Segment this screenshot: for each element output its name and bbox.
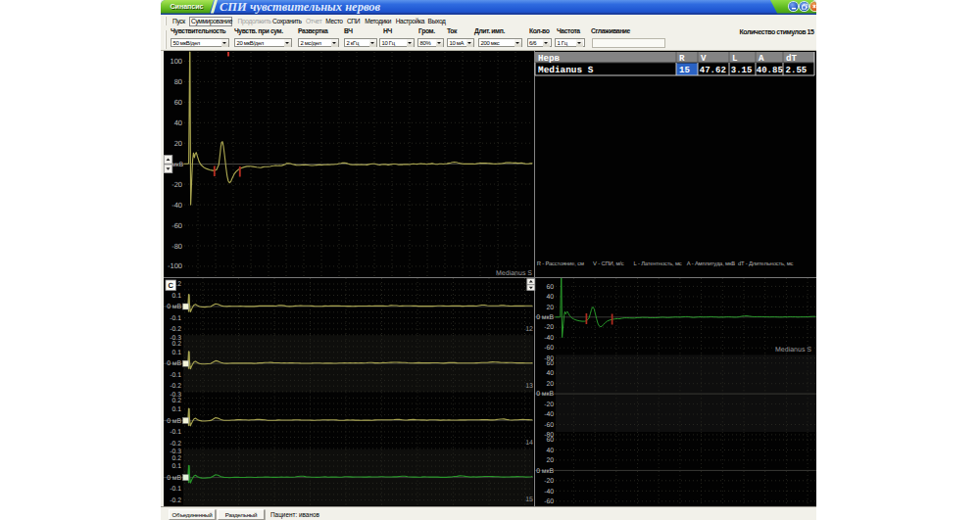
svg-text:-0.1: -0.1 — [170, 315, 181, 322]
svg-text:A - Амплитуда, мкВ: A - Амплитуда, мкВ — [687, 261, 736, 267]
svg-text:0.1: 0.1 — [172, 406, 182, 413]
svg-text:12: 12 — [525, 326, 533, 333]
svg-text:-40: -40 — [544, 335, 554, 342]
svg-text:-0.2: -0.2 — [170, 441, 181, 448]
svg-text:-0.1: -0.1 — [170, 486, 181, 493]
svg-text:A: A — [759, 53, 764, 64]
svg-text:0 мкВ: 0 мкВ — [536, 391, 554, 398]
svg-text:-40: -40 — [544, 411, 554, 418]
svg-text:0 мкВ: 0 мкВ — [536, 314, 554, 321]
svg-text:0.2: 0.2 — [172, 398, 182, 404]
svg-text:-0.1: -0.1 — [170, 429, 181, 436]
svg-text:-0.2: -0.2 — [170, 383, 181, 390]
svg-text:40.85: 40.85 — [757, 66, 783, 75]
svg-text:0.1: 0.1 — [172, 463, 182, 470]
svg-text:40: 40 — [174, 118, 182, 127]
svg-text:3.15: 3.15 — [731, 66, 753, 75]
svg-text:-20: -20 — [172, 180, 182, 189]
svg-text:Medianus S: Medianus S — [538, 65, 594, 75]
svg-text:20: 20 — [546, 457, 554, 464]
svg-text:0 мВ: 0 мВ — [167, 304, 181, 310]
svg-text:dT: dT — [786, 53, 798, 64]
svg-text:0.2: 0.2 — [172, 341, 182, 348]
svg-text:0 мВ: 0 мВ — [167, 475, 181, 482]
svg-text:Нерв: Нерв — [538, 53, 561, 64]
svg-text:-40: -40 — [544, 489, 554, 496]
svg-text:-100: -100 — [168, 261, 182, 270]
svg-text:-0.2: -0.2 — [170, 326, 181, 333]
svg-text:40: 40 — [546, 294, 554, 301]
svg-text:14: 14 — [525, 440, 533, 447]
svg-text:Medianus S: Medianus S — [775, 346, 811, 354]
svg-text:0.1: 0.1 — [172, 350, 182, 356]
svg-text:20: 20 — [546, 381, 554, 388]
svg-text:0.2: 0.2 — [172, 455, 182, 462]
svg-text:-20: -20 — [544, 402, 554, 408]
svg-text:-20: -20 — [544, 324, 554, 331]
svg-text:20: 20 — [546, 305, 554, 311]
svg-text:100: 100 — [170, 57, 182, 66]
svg-text:-60: -60 — [544, 345, 554, 352]
svg-text:мкВ: мкВ — [172, 162, 183, 168]
svg-text:-20: -20 — [544, 478, 554, 485]
svg-text:V - СПИ, м/с: V - СПИ, м/с — [593, 260, 624, 267]
svg-text:80: 80 — [174, 77, 182, 86]
svg-text:L - Латентность, мс: L - Латентность, мс — [634, 261, 682, 267]
svg-text:60: 60 — [546, 437, 554, 444]
svg-text:dT - Длительность, мс: dT - Длительность, мс — [738, 260, 794, 267]
svg-text:60: 60 — [174, 98, 182, 107]
svg-text:C: C — [168, 281, 173, 290]
svg-text:Medianus S: Medianus S — [496, 269, 532, 277]
svg-text:R - Расстояние, см: R - Расстояние, см — [537, 261, 584, 267]
svg-text:40: 40 — [546, 370, 554, 377]
svg-text:0 мВ: 0 мВ — [167, 360, 181, 367]
svg-text:-60: -60 — [544, 422, 554, 429]
svg-text:R: R — [679, 53, 685, 64]
svg-text:20: 20 — [174, 139, 182, 148]
svg-text:47.62: 47.62 — [700, 66, 726, 75]
svg-text:-60: -60 — [544, 498, 554, 505]
svg-text:-60: -60 — [172, 221, 182, 230]
svg-text:0.1: 0.1 — [172, 293, 182, 300]
svg-text:-40: -40 — [172, 201, 182, 210]
svg-text:-0.2: -0.2 — [170, 497, 181, 504]
svg-text:15: 15 — [525, 496, 533, 503]
svg-text:60: 60 — [546, 284, 554, 291]
svg-text:40: 40 — [546, 448, 554, 454]
svg-text:2.55: 2.55 — [786, 66, 808, 75]
svg-text:L: L — [732, 53, 738, 64]
svg-text:V: V — [701, 53, 707, 64]
svg-text:0 мВ: 0 мВ — [167, 418, 181, 425]
svg-text:-0.1: -0.1 — [170, 372, 181, 379]
svg-text:13: 13 — [525, 383, 533, 390]
svg-text:60: 60 — [546, 360, 554, 367]
svg-text:15: 15 — [679, 66, 690, 75]
svg-text:0 мкВ: 0 мкВ — [536, 468, 554, 475]
svg-text:-80: -80 — [172, 242, 182, 251]
